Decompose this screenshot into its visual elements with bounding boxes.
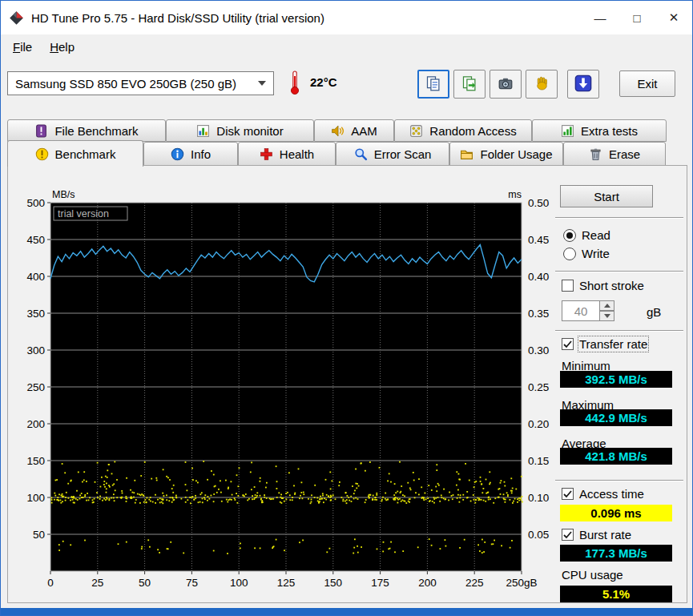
svg-text:0.45: 0.45 bbox=[528, 234, 549, 246]
aam-speaker-icon bbox=[331, 124, 344, 138]
hdtune-window: HD Tune Pro 5.75 - Hard Disk/SSD Utility… bbox=[0, 0, 693, 616]
svg-text:0.10: 0.10 bbox=[528, 492, 549, 504]
checkbox-checked-icon bbox=[562, 488, 574, 500]
disk-monitor-icon bbox=[196, 124, 210, 138]
svg-text:100: 100 bbox=[26, 492, 45, 504]
write-radio[interactable]: Write bbox=[563, 247, 610, 260]
spin-up-button[interactable] bbox=[600, 300, 614, 311]
svg-text:trial version: trial version bbox=[58, 208, 109, 219]
separator bbox=[555, 480, 683, 481]
svg-text:0.50: 0.50 bbox=[528, 197, 549, 209]
svg-text:0.35: 0.35 bbox=[528, 308, 549, 320]
svg-text:500: 500 bbox=[26, 197, 45, 209]
tab-label: Benchmark bbox=[55, 147, 116, 161]
svg-text:300: 300 bbox=[26, 344, 45, 356]
window-title: HD Tune Pro 5.75 - Hard Disk/SSD Utility… bbox=[31, 11, 324, 25]
svg-text:MB/s: MB/s bbox=[52, 189, 75, 200]
download-button[interactable] bbox=[567, 70, 599, 99]
minimum-value: 392.5 MB/s bbox=[560, 371, 672, 388]
burst-rate-checkbox[interactable]: Burst rate bbox=[562, 528, 631, 542]
random-access-dice-icon bbox=[409, 124, 423, 138]
tab-label: Error Scan bbox=[374, 147, 432, 161]
write-radio-label: Write bbox=[582, 247, 610, 260]
thermometer-icon bbox=[288, 70, 302, 95]
arrow-up-icon bbox=[604, 304, 610, 308]
menu-file[interactable]: File bbox=[4, 37, 41, 57]
menubar: File Help bbox=[1, 34, 692, 58]
read-radio[interactable]: Read bbox=[563, 228, 610, 242]
tab-disk-monitor[interactable]: Disk monitor bbox=[166, 119, 314, 142]
titlebar: HD Tune Pro 5.75 - Hard Disk/SSD Utility… bbox=[1, 1, 692, 34]
hand-icon bbox=[534, 75, 550, 94]
separator bbox=[555, 217, 683, 219]
tab-label: Extra tests bbox=[581, 124, 638, 138]
access-time-checkbox[interactable]: Access time bbox=[562, 487, 644, 501]
maximize-button[interactable]: □ bbox=[618, 1, 655, 34]
drag-hand-button[interactable] bbox=[526, 70, 558, 99]
burst-rate-value: 177.3 MB/s bbox=[560, 545, 672, 562]
radio-selected-icon bbox=[563, 229, 576, 242]
tab-error-scan[interactable]: Error Scan bbox=[336, 142, 449, 166]
exit-button[interactable]: Exit bbox=[619, 70, 675, 97]
tab-info[interactable]: Info bbox=[143, 142, 238, 166]
tab-label: Info bbox=[191, 147, 211, 161]
svg-text:0.25: 0.25 bbox=[528, 381, 549, 393]
minimize-button[interactable]: — bbox=[582, 1, 618, 34]
cpu-usage-label: CPU usage bbox=[562, 568, 623, 582]
svg-text:0.40: 0.40 bbox=[528, 271, 549, 283]
health-cross-icon bbox=[260, 147, 273, 161]
tab-label: AAM bbox=[351, 124, 377, 138]
separator bbox=[555, 271, 683, 272]
read-radio-label: Read bbox=[582, 228, 610, 242]
copy-image-icon bbox=[461, 75, 477, 94]
file-benchmark-icon bbox=[34, 124, 48, 138]
svg-text:0.20: 0.20 bbox=[528, 418, 549, 430]
spin-down-button[interactable] bbox=[600, 311, 614, 321]
svg-text:0.30: 0.30 bbox=[528, 344, 549, 356]
tab-benchmark[interactable]: Benchmark bbox=[7, 140, 143, 167]
menu-help[interactable]: Help bbox=[41, 37, 83, 57]
svg-text:200: 200 bbox=[26, 418, 45, 430]
access-time-value: 0.096 ms bbox=[560, 505, 672, 521]
copy-image-button[interactable] bbox=[453, 70, 486, 99]
svg-text:50: 50 bbox=[139, 577, 151, 589]
svg-text:0.15: 0.15 bbox=[528, 455, 549, 467]
maximum-value: 442.9 MB/s bbox=[560, 409, 672, 426]
toolbar: Samsung SSD 850 EVO 250GB (250 gB) 22°C bbox=[1, 58, 692, 108]
benchmark-icon bbox=[35, 147, 49, 161]
tab-extra-tests[interactable]: Extra tests bbox=[532, 119, 667, 142]
close-button[interactable]: ✕ bbox=[655, 1, 692, 34]
trash-icon bbox=[589, 147, 602, 161]
svg-text:175: 175 bbox=[371, 577, 389, 589]
tab-health[interactable]: Health bbox=[238, 142, 336, 166]
svg-text:100: 100 bbox=[230, 577, 248, 589]
svg-text:0: 0 bbox=[47, 577, 54, 589]
tab-label: Random Access bbox=[429, 124, 516, 138]
tab-aam[interactable]: AAM bbox=[314, 119, 394, 142]
hdtune-app-icon bbox=[9, 10, 24, 26]
start-button[interactable]: Start bbox=[560, 185, 653, 207]
average-value: 421.8 MB/s bbox=[560, 448, 672, 465]
extra-tests-icon bbox=[561, 124, 574, 138]
svg-text:250gB: 250gB bbox=[506, 577, 537, 589]
tab-label: Folder Usage bbox=[480, 147, 552, 161]
copy-pages-icon bbox=[425, 75, 441, 94]
tab-file-benchmark[interactable]: File Benchmark bbox=[7, 119, 166, 142]
copy-text-button[interactable] bbox=[417, 70, 449, 99]
transfer-rate-label: Transfer rate bbox=[579, 337, 647, 351]
transfer-rate-checkbox[interactable]: Transfer rate bbox=[562, 337, 647, 351]
drive-select-dropdown[interactable]: Samsung SSD 850 EVO 250GB (250 gB) bbox=[7, 71, 274, 95]
short-stroke-checkbox[interactable]: Short stroke bbox=[562, 279, 644, 292]
screenshot-button[interactable] bbox=[490, 70, 522, 99]
svg-text:250: 250 bbox=[26, 381, 45, 393]
capacity-input[interactable] bbox=[562, 300, 600, 321]
access-time-label: Access time bbox=[579, 487, 644, 501]
tab-random-access[interactable]: Random Access bbox=[394, 119, 532, 142]
separator bbox=[555, 330, 683, 332]
svg-text:25: 25 bbox=[91, 577, 103, 589]
svg-text:400: 400 bbox=[26, 271, 45, 283]
tab-erase[interactable]: Erase bbox=[563, 142, 666, 166]
tab-folder-usage[interactable]: Folder Usage bbox=[449, 142, 563, 166]
short-stroke-label: Short stroke bbox=[579, 279, 644, 292]
cpu-usage-value: 5.1% bbox=[560, 586, 672, 602]
